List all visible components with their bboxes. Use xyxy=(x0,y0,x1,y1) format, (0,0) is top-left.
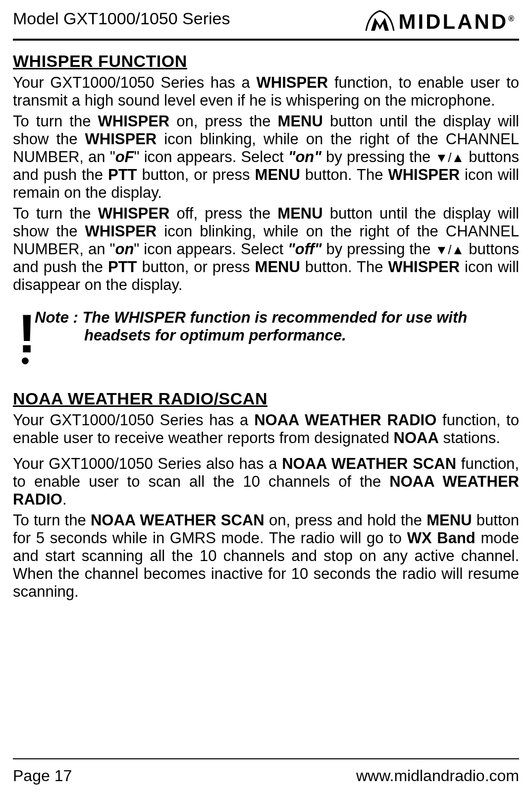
note-line1: Note : The WHISPER function is recommend… xyxy=(35,309,467,326)
midland-mark-icon xyxy=(364,9,396,35)
text: off, press the xyxy=(169,205,277,222)
noaa-heading: NOAA WEATHER RADIO/SCAN xyxy=(13,389,519,408)
registered-icon: ® xyxy=(508,14,516,23)
text-bold-italic: on xyxy=(115,240,134,258)
text-bold: WHISPER xyxy=(257,74,328,91)
note-block: !• Note : The WHISPER function is recomm… xyxy=(13,309,519,365)
manual-page: Model GXT1000/1050 Series MIDLAND® WHISP… xyxy=(0,0,532,794)
text-bold: MENU xyxy=(255,258,300,276)
text-bold: NOAA WEATHER RADIO xyxy=(254,411,436,429)
model-line: Model GXT1000/1050 Series xyxy=(13,9,230,28)
text: Your GXT1000/1050 Series also has a xyxy=(13,455,282,472)
text-bold: MENU xyxy=(278,113,323,130)
text: " icon appears. Select xyxy=(134,148,288,166)
text-bold: WHISPER xyxy=(85,130,157,148)
text-bold: WHISPER xyxy=(98,205,170,222)
text-bold: WHISPER xyxy=(388,258,460,276)
brand-logo: MIDLAND® xyxy=(364,9,519,35)
brand-name: MIDLAND xyxy=(399,10,509,33)
text: button, or press xyxy=(137,258,255,276)
text: stations. xyxy=(439,429,500,447)
text-bold: NOAA xyxy=(394,429,439,447)
text-bold-italic: oF xyxy=(115,148,134,166)
text: button. The xyxy=(300,166,388,183)
text: button, or press xyxy=(137,166,255,183)
text: button. The xyxy=(300,258,388,276)
text: " icon appears. Select xyxy=(134,240,288,258)
text-bold: NOAA WEATHER SCAN xyxy=(282,455,456,472)
brand-text: MIDLAND® xyxy=(399,10,516,34)
text: by pressing the xyxy=(322,240,435,258)
footer-divider xyxy=(13,758,519,759)
text-bold: NOAA WEATHER SCAN xyxy=(91,511,265,529)
header-divider xyxy=(13,39,519,41)
text-bold: MENU xyxy=(255,166,300,183)
text-bold: WX Band xyxy=(407,529,476,547)
text: Your GXT1000/1050 Series has a xyxy=(13,411,254,429)
whisper-p2: To turn the WHISPER on, press the MENU b… xyxy=(13,113,519,202)
text: To turn the xyxy=(13,511,91,529)
noaa-p1: Your GXT1000/1050 Series has a NOAA WEAT… xyxy=(13,411,519,447)
text-bold: WHISPER xyxy=(98,113,170,130)
text: To turn the xyxy=(13,113,98,130)
text: on, press and hold the xyxy=(265,511,427,529)
text: To turn the xyxy=(13,205,98,222)
note-line2: headsets for optimum performance. xyxy=(35,327,467,344)
page-footer: Page 17 www.midlandradio.com xyxy=(13,767,519,785)
text-bold: PTT xyxy=(108,166,137,183)
noaa-p3: To turn the NOAA WEATHER SCAN on, press … xyxy=(13,511,519,601)
note-text: Note : The WHISPER function is recommend… xyxy=(35,309,467,344)
text: by pressing the xyxy=(321,148,435,166)
text-bold: MENU xyxy=(426,511,472,529)
page-header: Model GXT1000/1050 Series MIDLAND® xyxy=(13,9,519,35)
text-bold-italic: "off" xyxy=(288,240,321,258)
whisper-heading: WHISPER FUNCTION xyxy=(13,52,519,71)
whisper-p3: To turn the WHISPER off, press the MENU … xyxy=(13,205,519,294)
text: . xyxy=(62,491,67,508)
text-bold: PTT xyxy=(108,258,137,276)
text-bold: MENU xyxy=(277,205,322,222)
text: Your GXT1000/1050 Series has a xyxy=(13,74,257,91)
text-bold-italic: "on" xyxy=(288,148,321,166)
text: on, press the xyxy=(169,113,277,130)
noaa-p2: Your GXT1000/1050 Series also has a NOAA… xyxy=(13,455,519,509)
attention-icon: !• xyxy=(13,314,33,365)
page-number: Page 17 xyxy=(13,767,72,785)
text-bold: WHISPER xyxy=(388,166,460,183)
whisper-p1: Your GXT1000/1050 Series has a WHISPER f… xyxy=(13,74,519,110)
footer-url: www.midlandradio.com xyxy=(356,767,519,785)
text-bold: WHISPER xyxy=(85,223,157,240)
